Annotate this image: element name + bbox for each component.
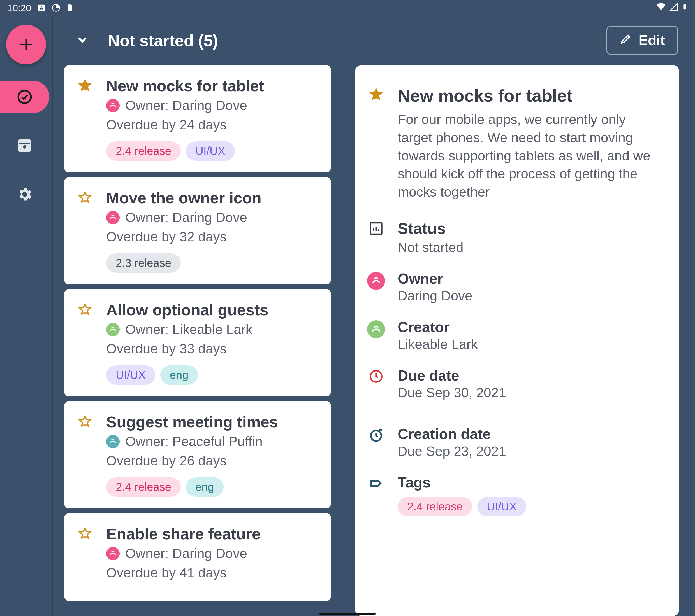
tag[interactable]: 2.3 release: [106, 253, 181, 273]
task-owner: Owner: Daring Dove: [106, 546, 318, 561]
main-area: Not started (5) Edit New mocks for table…: [52, 16, 695, 616]
status-label: Status: [398, 219, 657, 237]
android-status-bar: 10:20 A: [0, 0, 695, 16]
owner-label: Owner: [398, 270, 657, 287]
star-toggle[interactable]: [78, 525, 93, 589]
tag[interactable]: 2.4 release: [398, 497, 472, 516]
task-due: Overdue by 32 days: [106, 229, 318, 244]
svg-rect-4: [684, 4, 685, 5]
tags-label: Tags: [398, 474, 657, 491]
task-title: Allow optional guests: [106, 301, 318, 319]
owner-value: Daring Dove: [398, 288, 657, 303]
task-card[interactable]: Suggest meeting times Owner: Peaceful Pu…: [64, 401, 331, 509]
star-icon[interactable]: [366, 86, 386, 201]
clock-add-icon: [366, 426, 386, 459]
task-owner: Owner: Peaceful Puffin: [106, 434, 318, 449]
detail-owner: Owner Daring Dove: [366, 270, 657, 303]
task-owner: Owner: Likeable Lark: [106, 322, 318, 337]
tag-icon: [366, 474, 386, 516]
status-left: 10:20 A: [7, 2, 74, 14]
creator-avatar: [366, 319, 386, 352]
tag[interactable]: 2.4 release: [106, 477, 181, 497]
sdcard-icon: [66, 4, 74, 12]
nav-rail: [0, 16, 52, 616]
task-tags: UI/UXeng: [106, 365, 318, 385]
chart-icon: [366, 219, 386, 255]
tag[interactable]: eng: [186, 477, 224, 497]
edit-label: Edit: [639, 32, 665, 49]
task-card[interactable]: Allow optional guests Owner: Likeable La…: [64, 289, 331, 397]
task-card[interactable]: New mocks for tablet Owner: Daring Dove …: [64, 65, 331, 173]
detail-description: For our mobile apps, we currently only t…: [398, 111, 657, 201]
detail-tags: Tags 2.4 releaseUI/UX: [366, 474, 657, 516]
task-due: Overdue by 24 days: [106, 117, 318, 133]
clock-icon: [366, 367, 386, 400]
due-value: Due Sep 30, 2021: [398, 385, 657, 400]
task-card[interactable]: Enable share feature Owner: Daring Dove …: [64, 513, 331, 601]
tag[interactable]: UI/UX: [477, 497, 526, 516]
columns: New mocks for tablet Owner: Daring Dove …: [53, 65, 695, 616]
task-title: Suggest meeting times: [106, 413, 318, 431]
star-toggle[interactable]: [78, 189, 93, 273]
archive-icon: [16, 137, 34, 155]
created-value: Due Sep 23, 2021: [398, 443, 657, 459]
task-title: Enable share feature: [106, 525, 318, 543]
cell-signal-icon: [669, 2, 679, 14]
detail-creator: Creator Likeable Lark: [366, 319, 657, 352]
task-tags: 2.3 release: [106, 253, 318, 273]
star-toggle[interactable]: [78, 301, 93, 385]
star-toggle[interactable]: [78, 77, 93, 161]
detail-title: New mocks for tablet: [398, 86, 657, 106]
gear-icon: [16, 186, 34, 203]
section-header: Not started (5) Edit: [53, 16, 695, 65]
nav-archive[interactable]: [0, 129, 49, 162]
task-title: New mocks for tablet: [106, 77, 318, 95]
tag[interactable]: eng: [160, 365, 198, 385]
app-root: Not started (5) Edit New mocks for table…: [0, 16, 695, 616]
keyboard-icon: A: [37, 4, 46, 12]
task-detail-panel: New mocks for tablet For our mobile apps…: [355, 65, 679, 616]
task-due: Overdue by 33 days: [106, 341, 318, 356]
check-circle-icon: [16, 88, 34, 106]
nav-tasks[interactable]: [0, 81, 49, 113]
tag[interactable]: UI/UX: [186, 141, 235, 161]
task-due: Overdue by 26 days: [106, 453, 318, 469]
tag[interactable]: UI/UX: [106, 365, 155, 385]
task-card[interactable]: Move the owner icon Owner: Daring Dove O…: [64, 177, 331, 284]
owner-avatar: [366, 270, 386, 303]
section-title: Not started (5): [108, 31, 218, 50]
pie-icon: [52, 4, 60, 12]
detail-due-date: Due date Due Sep 30, 2021: [366, 367, 657, 400]
task-title: Move the owner icon: [106, 189, 318, 207]
creator-label: Creator: [398, 319, 657, 335]
nav-settings[interactable]: [0, 178, 49, 211]
battery-icon: [681, 2, 688, 14]
nav-handle[interactable]: [320, 613, 375, 615]
edit-button[interactable]: Edit: [607, 26, 678, 55]
chevron-down-icon[interactable]: [75, 33, 89, 48]
tag[interactable]: 2.4 release: [106, 141, 181, 161]
svg-rect-3: [683, 4, 686, 9]
detail-status: Status Not started: [366, 219, 657, 255]
status-value: Not started: [398, 240, 657, 255]
status-right: [656, 1, 688, 14]
task-tags: 2.4 releaseeng: [106, 477, 318, 497]
creator-value: Likeable Lark: [398, 337, 657, 352]
task-owner: Owner: Daring Dove: [106, 98, 318, 113]
add-button[interactable]: [6, 25, 46, 65]
detail-header: New mocks for tablet For our mobile apps…: [366, 86, 657, 201]
task-due: Overdue by 41 days: [106, 565, 318, 580]
clock: 10:20: [7, 2, 31, 14]
star-toggle[interactable]: [78, 413, 93, 497]
wifi-icon: [656, 1, 666, 14]
due-label: Due date: [398, 367, 657, 384]
task-list[interactable]: New mocks for tablet Owner: Daring Dove …: [64, 65, 331, 616]
detail-creation-date: Creation date Due Sep 23, 2021: [366, 426, 657, 459]
pencil-icon: [620, 32, 632, 49]
task-owner: Owner: Daring Dove: [106, 210, 318, 225]
svg-text:A: A: [40, 5, 44, 11]
created-label: Creation date: [398, 426, 657, 442]
task-tags: 2.4 releaseUI/UX: [106, 141, 318, 161]
